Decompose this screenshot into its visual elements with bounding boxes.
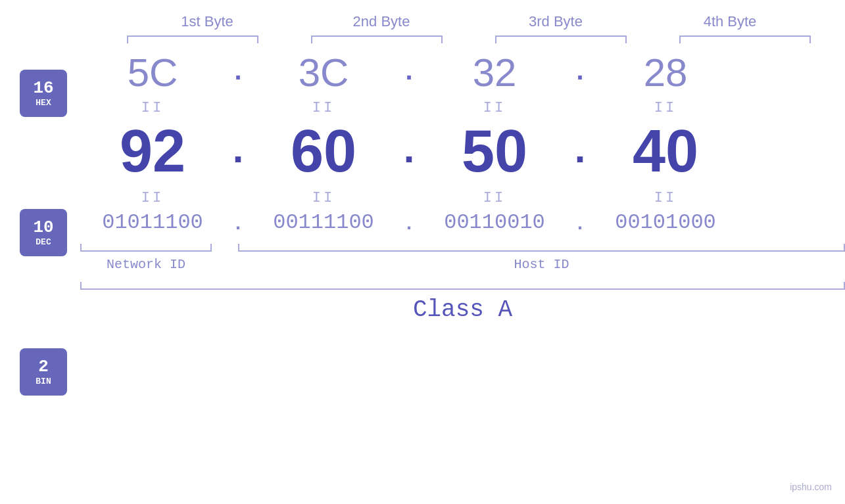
top-brackets <box>120 35 817 43</box>
hex-dot-2: . <box>396 58 422 87</box>
dec-dot-3: . <box>567 132 593 172</box>
bin-val-4: 00101000 <box>593 210 738 235</box>
dec-badge-number: 10 <box>33 218 53 237</box>
bin-row: 01011100 . 00111100 . 00110010 . 0010100… <box>80 208 845 237</box>
dec-dot-1: . <box>225 132 251 172</box>
bin-badge-label: BIN <box>36 377 51 386</box>
hex-val-2: 3C <box>251 50 396 95</box>
dec-row: 92 . 60 . 50 . 40 <box>80 118 845 185</box>
main-container: 1st Byte 2nd Byte 3rd Byte 4th Byte 16 H… <box>0 0 845 504</box>
dec-badge: 10 DEC <box>20 209 67 256</box>
network-id-label: Network ID <box>80 257 212 272</box>
bracket-top-1 <box>127 35 258 43</box>
bracket-bottom-network <box>80 244 212 252</box>
bracket-top-2 <box>311 35 443 43</box>
bottom-section: Network ID Host ID <box>80 244 845 272</box>
bracket-top-3 <box>495 35 627 43</box>
eq1-1: II <box>80 100 225 116</box>
bin-badge: 2 BIN <box>20 348 67 396</box>
dec-badge-label: DEC <box>36 237 51 247</box>
bin-dot-3: . <box>567 208 593 237</box>
bin-dot-1: . <box>225 208 251 237</box>
hex-badge-label: HEX <box>36 98 51 108</box>
bracket-bottom-host <box>238 244 845 252</box>
byte-header-3: 3rd Byte <box>483 13 628 30</box>
eq2-1: II <box>80 190 225 206</box>
dec-dot-2: . <box>396 132 422 172</box>
dec-val-2: 60 <box>251 118 396 185</box>
eq1-3: II <box>422 100 567 116</box>
bin-dot-2: . <box>396 208 422 237</box>
dec-val-1: 92 <box>80 118 225 185</box>
eq2-3: II <box>422 190 567 206</box>
hex-badge: 16 HEX <box>20 70 67 117</box>
eq2-4: II <box>593 190 738 206</box>
labels-row: Network ID Host ID <box>80 257 845 272</box>
bin-val-1: 01011100 <box>80 210 225 235</box>
bin-val-2: 00111100 <box>251 210 396 235</box>
byte-header-4: 4th Byte <box>658 13 802 30</box>
eq1-4: II <box>593 100 738 116</box>
hex-val-3: 32 <box>422 50 567 95</box>
watermark: ipshu.com <box>790 482 832 492</box>
data-area: 5C . 3C . 32 . 28 II II <box>80 50 845 323</box>
hex-dot-3: . <box>567 58 593 87</box>
dec-val-3: 50 <box>422 118 567 185</box>
byte-header-1: 1st Byte <box>135 13 279 30</box>
bin-badge-number: 2 <box>38 357 49 377</box>
hex-badge-number: 16 <box>33 79 53 98</box>
hex-dot-1: . <box>225 58 251 87</box>
bracket-top-4 <box>679 35 811 43</box>
class-label: Class A <box>80 296 845 323</box>
byte-header-2: 2nd Byte <box>309 13 454 30</box>
hex-val-4: 28 <box>593 50 738 95</box>
host-id-label: Host ID <box>238 257 845 272</box>
eq2-2: II <box>251 190 396 206</box>
class-section: Class A <box>80 282 845 323</box>
content-area: 16 HEX 10 DEC 2 BIN 5C . 3C <box>0 50 845 396</box>
equals-row-1: II II II II <box>80 100 845 116</box>
bin-val-3: 00110010 <box>422 210 567 235</box>
badge-column: 16 HEX 10 DEC 2 BIN <box>20 70 67 396</box>
hex-row: 5C . 3C . 32 . 28 <box>80 50 845 95</box>
eq1-2: II <box>251 100 396 116</box>
class-bracket <box>80 282 845 290</box>
byte-headers-row: 1st Byte 2nd Byte 3rd Byte 4th Byte <box>120 13 817 30</box>
dec-val-4: 40 <box>593 118 738 185</box>
hex-val-1: 5C <box>80 50 225 95</box>
equals-row-2: II II II II <box>80 190 845 206</box>
bottom-brackets-row <box>80 244 845 252</box>
